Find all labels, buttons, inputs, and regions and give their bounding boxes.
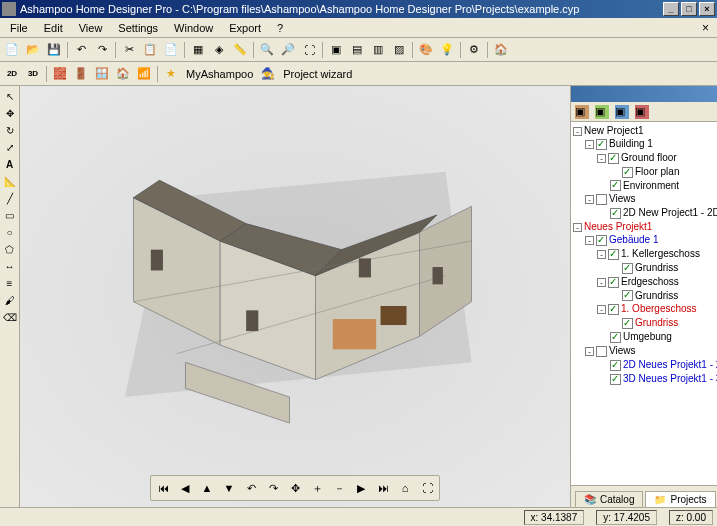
menu-settings[interactable]: Settings [110,20,166,36]
tree-label[interactable]: Gebäude 1 [609,234,659,245]
tree-toggle-icon[interactable]: - [585,236,594,245]
view-top-icon[interactable]: ▣ [326,40,346,60]
paint-icon[interactable]: 🖌 [2,292,18,308]
poly-icon[interactable]: ⬠ [2,241,18,257]
door-icon[interactable]: 🚪 [71,64,91,84]
menu-export[interactable]: Export [221,20,269,36]
tree-node[interactable]: -Neues Projekt1 [573,220,715,233]
menu-view[interactable]: View [71,20,111,36]
star-icon[interactable]: ★ [161,64,181,84]
window-icon[interactable]: 🪟 [92,64,112,84]
myashampoo-link[interactable]: MyAshampoo [182,68,257,80]
tree-checkbox[interactable] [596,235,607,246]
nav-zoom-out-icon[interactable]: － [329,478,349,498]
tree-checkbox[interactable] [596,194,607,205]
tree-label[interactable]: Environment [623,180,679,191]
tree-toggle-icon[interactable]: - [573,127,582,136]
mode-3d-icon[interactable]: 3D [23,64,43,84]
nav-last-icon[interactable]: ⏭ [373,478,393,498]
tree-label[interactable]: Views [609,345,636,356]
tree-node[interactable]: Floor plan [573,165,715,179]
nav-up-icon[interactable]: ▲ [197,478,217,498]
tab-projects[interactable]: 📁 Projects [645,491,715,507]
tree-checkbox[interactable] [608,277,619,288]
save-icon[interactable]: 💾 [44,40,64,60]
tree-checkbox[interactable] [622,318,633,329]
tree-label[interactable]: Floor plan [635,166,679,177]
tree-checkbox[interactable] [608,249,619,260]
text-icon[interactable]: A [2,156,18,172]
tree-label[interactable]: 2D New Project1 - 2D View [623,207,717,218]
mode-2d-icon[interactable]: 2D [2,64,22,84]
nav-fit-icon[interactable]: ⛶ [417,478,437,498]
tree-node[interactable]: -Building 1 [573,137,715,151]
tree-node[interactable]: -Erdgeschoss [573,275,715,289]
tree-toggle-icon[interactable]: - [573,223,582,232]
open-icon[interactable]: 📂 [23,40,43,60]
wall-icon[interactable]: 🧱 [50,64,70,84]
tree-label[interactable]: Grundriss [635,290,678,301]
tree-toggle-icon[interactable]: - [597,250,606,259]
ruler-icon[interactable]: 📏 [230,40,250,60]
tree-node[interactable]: 2D New Project1 - 2D View [573,206,715,220]
nav-prev-icon[interactable]: ◀ [175,478,195,498]
redo-icon[interactable]: ↷ [92,40,112,60]
tree-node[interactable]: -Views [573,192,715,206]
tree-checkbox[interactable] [610,180,621,191]
move-icon[interactable]: ✥ [2,105,18,121]
tree-node[interactable]: Grundriss [573,261,715,275]
tree-checkbox[interactable] [608,153,619,164]
zoom-in-icon[interactable]: 🔍 [257,40,277,60]
render-icon[interactable]: 🎨 [416,40,436,60]
tree-checkbox[interactable] [596,346,607,357]
view-side-icon[interactable]: ▥ [368,40,388,60]
tree-label[interactable]: Grundriss [635,262,678,273]
panel-icon-3[interactable]: ▣ [615,105,629,119]
tree-checkbox[interactable] [622,290,633,301]
project-tree[interactable]: -New Project1-Building 1-Ground floorFlo… [571,122,717,485]
tree-node[interactable]: Umgebung [573,330,715,344]
copy-icon[interactable]: 📋 [140,40,160,60]
mdi-close-icon[interactable]: × [696,21,715,35]
tree-node[interactable]: -Views [573,344,715,358]
line-icon[interactable]: ╱ [2,190,18,206]
tree-label[interactable]: New Project1 [584,125,643,136]
tree-label[interactable]: Erdgeschoss [621,276,679,287]
snap-icon[interactable]: ◈ [209,40,229,60]
tree-checkbox[interactable] [610,332,621,343]
tree-node[interactable]: Grundriss [573,289,715,303]
cut-icon[interactable]: ✂ [119,40,139,60]
tree-checkbox[interactable] [622,263,633,274]
canvas-3d[interactable] [20,86,570,507]
new-icon[interactable]: 📄 [2,40,22,60]
circle-icon[interactable]: ○ [2,224,18,240]
paste-icon[interactable]: 📄 [161,40,181,60]
measure-icon[interactable]: 📐 [2,173,18,189]
tree-label[interactable]: Umgebung [623,331,672,342]
tree-label[interactable]: 3D Neues Projekt1 - 3D-Ansich [623,373,717,384]
view-front-icon[interactable]: ▤ [347,40,367,60]
tree-node[interactable]: 2D Neues Projekt1 - 2D-Ansich [573,358,715,372]
wizard-icon[interactable]: 🧙 [258,64,278,84]
close-button[interactable]: × [699,2,715,16]
minimize-button[interactable]: _ [663,2,679,16]
tree-checkbox[interactable] [622,167,633,178]
view-persp-icon[interactable]: ▨ [389,40,409,60]
panel-icon-4[interactable]: ▣ [635,105,649,119]
tree-node[interactable]: 3D Neues Projekt1 - 3D-Ansich [573,372,715,386]
tree-node[interactable]: Environment [573,179,715,193]
panel-icon-1[interactable]: ▣ [575,105,589,119]
nav-down-icon[interactable]: ▼ [219,478,239,498]
tree-toggle-icon[interactable]: - [597,154,606,163]
stairs-icon[interactable]: 📶 [134,64,154,84]
tree-toggle-icon[interactable]: - [585,347,594,356]
layer-icon[interactable]: ≡ [2,275,18,291]
tree-label[interactable]: Ground floor [621,152,677,163]
help-icon[interactable]: 🏠 [491,40,511,60]
tree-checkbox[interactable] [596,139,607,150]
tree-label[interactable]: 1. Obergeschoss [621,303,697,314]
menu-edit[interactable]: Edit [36,20,71,36]
tree-checkbox[interactable] [610,208,621,219]
nav-rotate-left-icon[interactable]: ↶ [241,478,261,498]
zoom-out-icon[interactable]: 🔎 [278,40,298,60]
